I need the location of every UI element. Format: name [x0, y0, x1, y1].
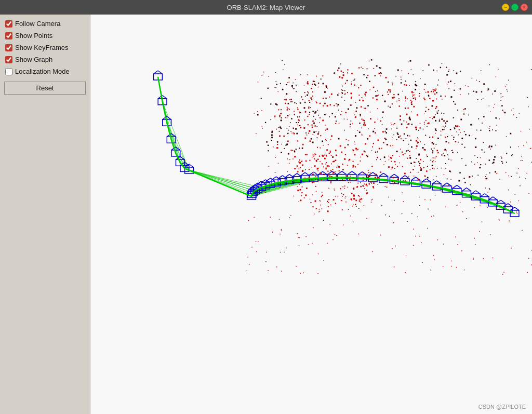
map-viewer: CSDN @ZPILOTE [90, 15, 532, 414]
sidebar: Follow Camera Show Points Show KeyFrames… [0, 15, 90, 414]
map-canvas[interactable] [90, 15, 532, 414]
follow-camera-checkbox[interactable] [5, 20, 12, 28]
follow-camera-item[interactable]: Follow Camera [4, 18, 86, 30]
localization-mode-checkbox[interactable] [5, 68, 12, 75]
close-button[interactable]: ✕ [521, 4, 528, 11]
show-keyframes-label: Show KeyFrames [15, 44, 69, 51]
show-points-label: Show Points [15, 32, 52, 39]
maximize-button[interactable]: □ [511, 4, 518, 11]
main-layout: Follow Camera Show Points Show KeyFrames… [0, 15, 532, 414]
localization-mode-item[interactable]: Localization Mode [4, 65, 86, 77]
show-points-checkbox[interactable] [5, 32, 12, 39]
localization-mode-label: Localization Mode [15, 68, 70, 75]
show-graph-item[interactable]: Show Graph [4, 54, 86, 65]
show-points-item[interactable]: Show Points [4, 30, 86, 42]
reset-button[interactable]: Reset [4, 82, 86, 95]
window-controls[interactable]: – □ ✕ [502, 4, 528, 11]
show-keyframes-item[interactable]: Show KeyFrames [4, 42, 86, 54]
show-keyframes-checkbox[interactable] [5, 44, 12, 51]
window-title: ORB-SLAM2: Map Viewer [227, 4, 305, 11]
title-bar: ORB-SLAM2: Map Viewer – □ ✕ [0, 0, 532, 15]
watermark-text: CSDN @ZPILOTE [478, 404, 526, 410]
show-graph-checkbox[interactable] [5, 56, 12, 63]
minimize-button[interactable]: – [502, 4, 509, 11]
follow-camera-label: Follow Camera [15, 20, 60, 28]
show-graph-label: Show Graph [15, 56, 52, 63]
